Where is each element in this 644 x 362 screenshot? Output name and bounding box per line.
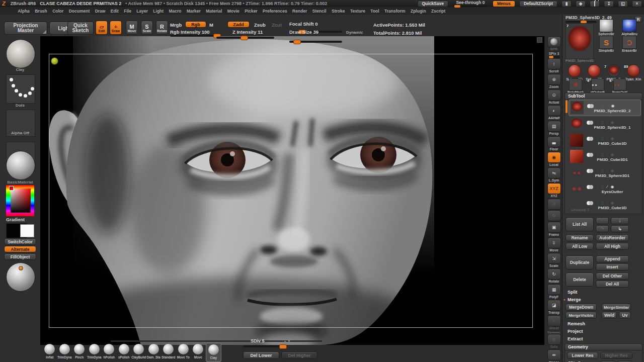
current-brush-thumbnail[interactable] — [6, 39, 35, 68]
see-through-slider[interactable]: See-through 0 — [452, 0, 489, 7]
canvas-scroll-corner[interactable] — [537, 37, 542, 43]
uv-button[interactable]: Uv — [619, 312, 631, 319]
color-picker[interactable] — [6, 185, 34, 216]
default-zscript-button[interactable]: DefaultZScript — [519, 1, 557, 7]
menu-item[interactable]: Render — [290, 9, 310, 14]
del-all-button[interactable]: Del All — [596, 281, 629, 288]
rail-button[interactable]: ⇹ Xpose — [547, 349, 561, 362]
rail-button[interactable]: ⇋ L.Sym — [547, 167, 561, 183]
sculpt-brush-icon[interactable]: ∕ — [607, 120, 607, 125]
zadd-button[interactable]: Zadd — [227, 21, 250, 28]
subtool-item[interactable]: ◌ ▯ ∕ ◉ PM3D_Sphere3D_2 — [569, 100, 641, 116]
subtool-item[interactable]: ◌ ▯ ∕ ◉ PM3D_Cube3D1 — [569, 149, 641, 164]
menu-item[interactable]: Preferences — [260, 9, 290, 14]
subtool-item[interactable]: ◌ ▯ ∕ ◉ PM3D_Cube3D — [569, 133, 641, 148]
subtool-thumbnail[interactable] — [570, 118, 583, 131]
rgb-intensity-slider[interactable] — [170, 35, 220, 37]
restore-button[interactable]: ◱ — [618, 1, 628, 7]
menu-item[interactable]: Picker — [242, 9, 260, 14]
menu-item[interactable]: Tool — [368, 9, 382, 14]
menu-item[interactable]: Zscript — [429, 9, 448, 14]
eye-icon[interactable]: ◉ — [611, 185, 614, 189]
tray-brush[interactable]: Dam_Sta — [146, 343, 162, 362]
menu-item[interactable]: Color — [50, 9, 66, 14]
menu-item[interactable]: Alpha — [15, 9, 32, 14]
shift-down-button[interactable]: ↳ — [611, 225, 629, 232]
eye-icon[interactable]: ◉ — [611, 104, 615, 108]
tool-preview-sphere[interactable] — [6, 262, 35, 292]
sculpt-brush-icon[interactable]: ∕ — [607, 136, 607, 141]
recent-tool[interactable]: 4 EyesOut! — [609, 78, 631, 94]
menu-item[interactable]: Macro — [166, 9, 184, 14]
secondary-color-swatch[interactable] — [20, 224, 34, 237]
stroke-thumbnail[interactable] — [6, 74, 35, 104]
subtool-thumbnail[interactable] — [571, 101, 584, 114]
rail-button[interactable]: ▦ PolyF — [547, 284, 561, 299]
uv-icon[interactable]: ▯ — [602, 152, 604, 157]
menu-item[interactable]: Texture — [348, 9, 368, 14]
uv-icon[interactable]: ▯ — [602, 185, 604, 189]
geometry-header[interactable]: Geometry — [565, 344, 642, 350]
remesh-section-header[interactable]: Remesh — [568, 321, 585, 326]
del-higher-button[interactable]: Del Higher — [281, 351, 317, 359]
move-down-button[interactable]: ↓ — [611, 217, 629, 224]
append-button[interactable]: Append — [596, 255, 629, 262]
eye-icon[interactable]: ◉ — [611, 120, 614, 125]
subtool-thumbnail[interactable] — [570, 150, 583, 163]
polypaint-icon[interactable]: ◌ — [596, 185, 599, 189]
merge-down-button[interactable]: MergeDown — [566, 304, 597, 311]
menu-item[interactable]: Draw — [92, 9, 108, 14]
subtool-thumbnail[interactable] — [570, 166, 583, 179]
uv-icon[interactable]: ▯ — [602, 120, 604, 125]
subtool-thumbnail[interactable] — [570, 182, 583, 195]
menu-item[interactable]: Stroke — [329, 9, 348, 14]
tray-brush[interactable]: TrimDyna — [57, 343, 72, 362]
m-button[interactable]: M — [209, 22, 213, 28]
rail-button[interactable]: ▃ Floor — [547, 136, 561, 151]
rail-button[interactable]: ↺ — [547, 199, 561, 210]
sculpt-brush-icon[interactable]: ∕ — [607, 152, 607, 157]
move-up-button[interactable]: ↑ — [596, 217, 609, 224]
list-all-button[interactable]: List All — [566, 217, 594, 231]
uv-icon[interactable]: ▯ — [602, 136, 604, 141]
all-low-button[interactable]: All Low — [566, 243, 594, 250]
tray-brush[interactable]: Move — [191, 343, 206, 362]
rotate-button[interactable]: RRotate — [156, 21, 168, 35]
uv-icon[interactable]: ▯ — [602, 168, 604, 173]
projection-master-button[interactable]: ProjectionMaster — [4, 22, 47, 35]
tray-brush[interactable]: Pinch — [72, 343, 87, 362]
rail-button[interactable]: ▤ Persp — [547, 121, 561, 136]
polypaint-icon[interactable]: ◌ — [596, 136, 599, 141]
menu-item[interactable]: Brush — [32, 9, 50, 14]
rail-button[interactable]: ⇳ Move — [547, 237, 561, 252]
subtool-item[interactable]: ◌ ▯ ∕ ◉ EyesOutter — [569, 181, 641, 197]
tray-brush[interactable]: Move To — [176, 343, 191, 362]
menu-item[interactable]: Stencil — [310, 9, 329, 14]
lower-res-button[interactable]: Lower Res — [567, 352, 598, 359]
polypaint-icon[interactable]: ◌ — [596, 152, 599, 157]
insert-button[interactable]: Insert — [596, 263, 629, 270]
alternate-button[interactable]: Alternate — [4, 246, 36, 252]
current-tool-thumbnail[interactable]: 7 — [566, 23, 594, 59]
tray-brush[interactable]: hPolish — [102, 343, 117, 362]
lock-icon[interactable] — [590, 1, 600, 7]
sculpt-brush-icon[interactable]: ∕ — [607, 104, 608, 108]
rail-button[interactable]: ↻ — [547, 210, 561, 221]
bpr-button[interactable]: BPR — [547, 36, 561, 51]
menu-item[interactable]: Layer — [134, 9, 150, 14]
sculpt-brush-icon[interactable]: ∕ — [607, 201, 607, 205]
minimize-button[interactable]: ↧ — [604, 1, 614, 7]
del-lower-button[interactable]: Del Lower — [243, 351, 279, 359]
eye-icon[interactable]: ◉ — [611, 201, 614, 205]
dynamic-label[interactable]: Dynamic — [346, 30, 363, 35]
tray-brush[interactable]: Inflat — [42, 343, 57, 362]
rail-button[interactable]: ↻ Rotate — [547, 268, 561, 284]
shift-up-button[interactable]: ↷ — [596, 225, 609, 232]
rail-button[interactable]: ↕ Scroll — [547, 58, 561, 73]
switch-color-button[interactable]: SwitchColor — [4, 238, 36, 245]
menu-item[interactable]: File — [121, 9, 134, 14]
z-intensity-slider[interactable] — [216, 37, 274, 39]
recent-brush[interactable]: S SimpleBr — [595, 36, 618, 52]
subtool-header[interactable]: SubTool — [565, 93, 642, 100]
tray-brush[interactable]: Standard — [161, 343, 176, 362]
